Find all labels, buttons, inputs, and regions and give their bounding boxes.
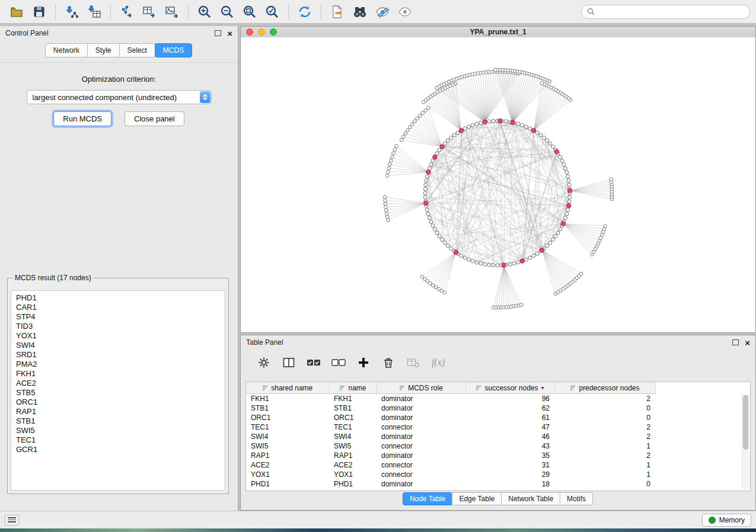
zoom-fit-button[interactable] (239, 3, 260, 21)
network-leaf-node[interactable] (384, 202, 387, 206)
mcds-result-item[interactable]: CAR1 (16, 303, 220, 312)
float-panel-icon[interactable] (732, 339, 739, 345)
mcds-result-list[interactable]: PHD1CAR1STP4TID3YOX1SWI4SRD1PMA2FKH1ACE2… (11, 290, 225, 491)
network-node[interactable] (535, 131, 539, 134)
network-node[interactable] (460, 254, 463, 258)
network-node[interactable] (438, 148, 441, 152)
deselect-all-rows-button[interactable] (331, 355, 346, 370)
save-session-button[interactable] (28, 3, 50, 21)
float-panel-icon[interactable] (215, 30, 221, 36)
network-node[interactable] (564, 166, 567, 170)
network-node[interactable] (546, 244, 549, 248)
tab-edge-table[interactable]: Edge Table (452, 492, 502, 505)
network-leaf-node[interactable] (424, 109, 428, 113)
table-row[interactable]: ACE2ACE2connector311 (246, 460, 655, 470)
mcds-dominator-node[interactable] (561, 222, 565, 226)
network-leaf-node[interactable] (427, 106, 430, 110)
network-leaf-node[interactable] (390, 155, 394, 159)
column-header-successor-nodes[interactable]: successor nodes▾ (465, 382, 554, 394)
network-node[interactable] (556, 231, 560, 235)
network-leaf-node[interactable] (387, 219, 390, 222)
network-leaf-node[interactable] (579, 272, 583, 275)
mcds-dominator-node[interactable] (426, 170, 430, 174)
network-node[interactable] (435, 152, 439, 155)
column-header-name[interactable]: name (329, 382, 377, 394)
network-leaf-node[interactable] (386, 174, 390, 178)
network-node[interactable] (567, 200, 571, 203)
network-node[interactable] (425, 208, 429, 211)
mcds-result-item[interactable]: ACE2 (16, 379, 220, 388)
network-leaf-node[interactable] (494, 68, 497, 72)
network-node[interactable] (508, 262, 512, 266)
close-panel-icon[interactable]: × (745, 338, 750, 347)
column-header-predecessor-nodes[interactable]: predecessor nodes (554, 382, 655, 394)
network-node[interactable] (565, 212, 569, 216)
network-leaf-node[interactable] (392, 152, 395, 155)
network-leaf-node[interactable] (385, 212, 388, 216)
mcds-result-item[interactable]: SWI4 (16, 341, 220, 350)
network-canvas[interactable] (241, 37, 755, 332)
network-node[interactable] (456, 131, 460, 134)
show-button[interactable] (394, 3, 416, 21)
network-node[interactable] (426, 212, 430, 216)
tab-style[interactable]: Style (87, 43, 120, 57)
network-node[interactable] (428, 216, 431, 220)
search-input[interactable] (598, 7, 744, 17)
network-node[interactable] (548, 142, 552, 145)
mcds-result-item[interactable]: STB1 (16, 416, 220, 426)
mcds-dominator-node[interactable] (440, 145, 444, 149)
network-node[interactable] (441, 238, 444, 241)
mcds-result-item[interactable]: STP4 (16, 312, 220, 322)
mcds-result-item[interactable]: STB5 (16, 388, 220, 398)
network-leaf-node[interactable] (384, 199, 387, 203)
network-node[interactable] (551, 145, 554, 149)
table-row[interactable]: ORC1ORC1dominator610 (246, 413, 655, 422)
table-row[interactable]: RAP1RAP1dominator352 (246, 451, 655, 460)
table-settings-button[interactable] (256, 355, 272, 370)
mcds-result-item[interactable]: TID3 (16, 322, 220, 331)
import-network-button[interactable] (61, 3, 82, 21)
global-search-field[interactable] (581, 5, 750, 19)
network-node[interactable] (446, 244, 449, 248)
table-row[interactable]: SWI5SWI5connector431 (246, 441, 655, 451)
mcds-result-item[interactable]: TEC1 (16, 435, 220, 445)
refresh-layout-button[interactable] (294, 3, 315, 21)
network-node[interactable] (424, 183, 428, 187)
mcds-result-item[interactable]: PHD1 (16, 293, 220, 303)
network-leaf-node[interactable] (388, 163, 392, 166)
network-leaf-node[interactable] (389, 159, 393, 162)
network-node[interactable] (429, 163, 433, 166)
network-node[interactable] (479, 121, 483, 124)
run-mcds-button[interactable]: Run MCDS (53, 111, 111, 126)
table-row[interactable]: STB1STB1dominator620 (246, 403, 655, 413)
network-node[interactable] (438, 235, 441, 238)
network-leaf-node[interactable] (413, 120, 417, 123)
network-node[interactable] (542, 136, 546, 140)
mcds-dominator-node[interactable] (540, 248, 544, 252)
network-leaf-node[interactable] (416, 117, 419, 120)
network-leaf-node[interactable] (443, 291, 446, 294)
network-leaf-node[interactable] (519, 303, 523, 307)
network-node[interactable] (425, 179, 428, 182)
network-node[interactable] (446, 139, 449, 142)
mcds-result-item[interactable]: SWI5 (16, 426, 220, 435)
table-row[interactable]: TEC1TEC1connector472 (246, 422, 655, 432)
network-leaf-node[interactable] (610, 178, 613, 181)
network-node[interactable] (425, 175, 429, 178)
network-leaf-node[interactable] (384, 206, 388, 209)
column-header-mcds-role[interactable]: MCDS role (377, 382, 465, 394)
tab-network[interactable]: Network (45, 43, 88, 57)
close-panel-button[interactable]: Close panel (125, 111, 184, 126)
network-node[interactable] (431, 159, 435, 162)
network-leaf-node[interactable] (387, 170, 390, 174)
mcds-result-item[interactable]: SRD1 (16, 350, 220, 360)
mcds-result-item[interactable]: GCR1 (16, 445, 220, 454)
network-leaf-node[interactable] (406, 129, 410, 132)
table-row[interactable]: FKH1FKH1dominator962 (246, 394, 655, 404)
network-leaf-node[interactable] (402, 135, 406, 139)
zoom-selected-button[interactable] (261, 3, 283, 21)
mcds-result-item[interactable]: YOX1 (16, 331, 220, 341)
network-node[interactable] (554, 235, 557, 238)
mcds-dominator-node[interactable] (511, 120, 515, 124)
network-node[interactable] (524, 258, 528, 261)
